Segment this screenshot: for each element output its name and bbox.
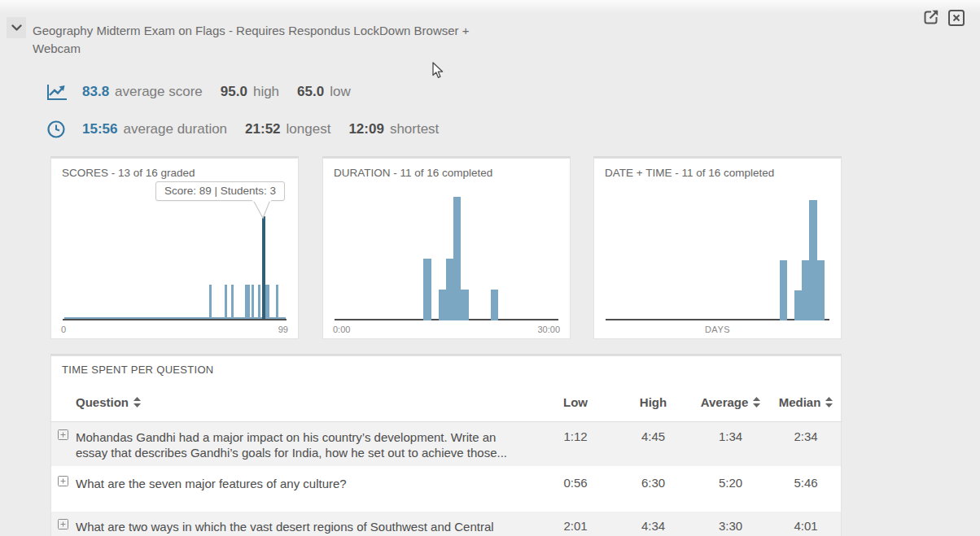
expand-question-button[interactable] [58, 476, 68, 489]
low-value: 1:12 [536, 429, 615, 443]
question-row: What are two ways in which the vast dese… [51, 512, 841, 536]
completion-bar[interactable] [809, 200, 816, 320]
expand-question-button[interactable] [58, 429, 68, 442]
score-bar[interactable] [258, 285, 260, 319]
scores-chart-panel: SCORES - 13 of 16 graded 0 99 Score: 89 … [50, 158, 299, 339]
low-value: 2:01 [536, 519, 615, 533]
high-column-label: High [640, 395, 667, 409]
high-score-value: 95.0 [221, 84, 247, 100]
duration-bar[interactable] [439, 290, 446, 320]
quiz-stats-dialog: Geography Midterm Exam on Flags - Requir… [0, 0, 980, 536]
clock-icon [46, 120, 68, 138]
scores-x-axis [63, 319, 287, 320]
close-button[interactable] [947, 9, 966, 28]
average-score-label: average score [115, 84, 203, 100]
time-per-question-panel: TIME SPENT PER QUESTION Question Low Hig… [50, 355, 842, 536]
close-icon [947, 9, 965, 27]
collapse-button[interactable] [7, 17, 26, 38]
median-value: 5:46 [769, 476, 842, 490]
expand-question-button[interactable] [58, 519, 68, 532]
duration-bar[interactable] [446, 259, 453, 320]
sort-by-median-button[interactable]: Median [779, 395, 833, 409]
datetime-axis-label: DAYS [594, 325, 841, 334]
trend-line-icon [46, 83, 68, 101]
duration-bar[interactable] [453, 197, 461, 320]
table-body: Mohandas Gandhi had a major impact on hi… [51, 422, 841, 536]
expand-plus-icon [58, 519, 68, 529]
completion-bar[interactable] [794, 290, 802, 320]
question-row: What are the seven major features of any… [51, 468, 841, 509]
score-bar[interactable] [252, 285, 254, 319]
score-tooltip: Score: 89 | Students: 3 [155, 181, 285, 201]
external-link-icon [921, 8, 940, 27]
low-score-label: low [330, 84, 351, 100]
sort-icon [133, 397, 141, 407]
median-value: 2:34 [769, 429, 842, 443]
datetime-plot [594, 159, 841, 338]
question-text: Mohandas Gandhi had a major impact on hi… [76, 429, 536, 460]
popout-button[interactable] [921, 8, 940, 28]
question-column-label: Question [76, 395, 129, 409]
score-bar[interactable] [247, 285, 250, 319]
shortest-duration-label: shortest [390, 121, 439, 137]
scores-axis-max: 99 [278, 325, 288, 334]
question-text: What are the seven major features of any… [76, 476, 536, 491]
average-duration-value: 15:56 [82, 121, 117, 137]
score-bar[interactable] [276, 285, 278, 319]
sort-by-question-button[interactable]: Question [76, 395, 141, 409]
completion-bar[interactable] [802, 260, 809, 320]
shortest-duration-value: 12:09 [348, 121, 383, 137]
question-text: What are two ways in which the vast dese… [76, 519, 536, 534]
high-score-label: high [253, 84, 279, 100]
scores-axis-min: 0 [61, 325, 66, 334]
duration-summary-row: 15:56 average duration 21:52 longest 12:… [46, 120, 457, 139]
high-value: 4:34 [615, 519, 692, 533]
sort-icon [825, 397, 833, 407]
average-column-label: Average [701, 395, 749, 409]
tooltip-pointer [245, 199, 274, 220]
chevron-down-icon [11, 24, 22, 32]
expand-plus-icon [58, 476, 68, 486]
longest-duration-label: longest [287, 121, 331, 137]
duration-axis-max: 30:00 [537, 325, 560, 334]
longest-duration-value: 21:52 [245, 121, 280, 137]
duration-bar[interactable] [491, 290, 498, 320]
duration-plot [323, 159, 570, 338]
average-duration-label: average duration [123, 121, 227, 137]
completion-bar[interactable] [817, 260, 825, 320]
median-value: 4:01 [769, 519, 842, 533]
duration-bar[interactable] [461, 290, 468, 320]
score-bar[interactable] [225, 285, 227, 319]
median-column-label: Median [779, 395, 821, 409]
duration-chart-panel: DURATION - 11 of 16 completed 0:00 30:00 [322, 158, 571, 339]
mouse-cursor [432, 62, 444, 80]
expand-plus-icon [58, 429, 68, 440]
completion-bar[interactable] [780, 260, 787, 320]
sort-icon [753, 397, 760, 407]
question-row: Mohandas Gandhi had a major impact on hi… [51, 422, 841, 466]
average-value: 1:34 [692, 429, 769, 443]
average-value: 5:20 [692, 476, 769, 490]
score-summary-row: 83.8 average score 95.0 high 65.0 low [46, 82, 369, 102]
table-header-row: Question Low High Average Median [51, 383, 841, 422]
low-column-label: Low [563, 395, 588, 409]
table-title: TIME SPENT PER QUESTION [62, 364, 214, 376]
score-bar[interactable] [231, 285, 234, 319]
high-value: 4:45 [615, 429, 692, 443]
low-value: 0:56 [536, 476, 615, 490]
dialog-title: Geography Midterm Exam on Flags - Requir… [33, 22, 509, 58]
datetime-chart-panel: DATE + TIME - 11 of 16 completed DAYS [593, 158, 842, 339]
average-value: 3:30 [692, 519, 769, 533]
average-score-value: 83.8 [82, 84, 109, 100]
sort-by-average-button[interactable]: Average [701, 395, 761, 409]
score-bar[interactable] [267, 285, 269, 319]
high-value: 6:30 [615, 476, 692, 490]
duration-bar[interactable] [423, 259, 431, 320]
duration-axis-min: 0:00 [333, 325, 350, 334]
score-bar[interactable] [209, 285, 212, 319]
low-score-value: 65.0 [297, 84, 324, 100]
